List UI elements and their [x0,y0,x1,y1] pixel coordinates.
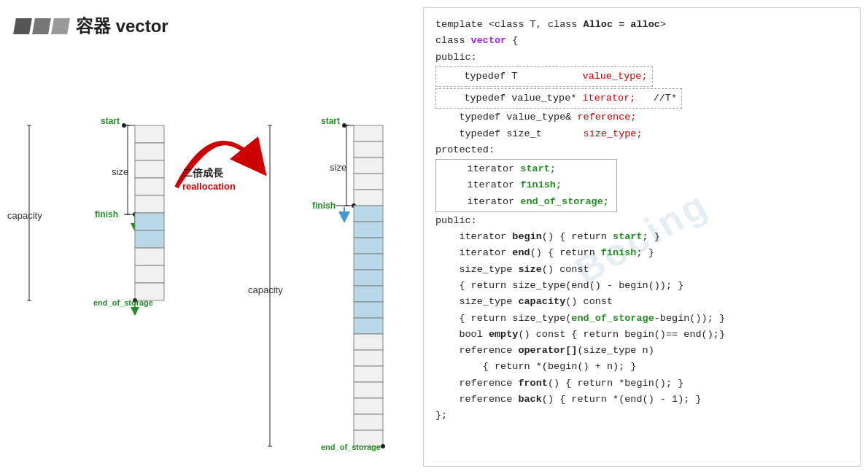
svg-rect-45 [354,382,383,398]
svg-rect-46 [354,398,383,414]
code-line-7: typedef size_t size_type; [435,126,848,142]
code-line-14: iterator end() { return finish; } [435,245,848,261]
code-line-18: { return size_type(end_of_storage-begin(… [435,311,848,327]
svg-rect-40 [354,302,383,318]
code-line-22: reference front() { return *begin(); } [435,376,848,392]
code-line-4: typedef T value_type; [441,69,648,85]
code-line-19: bool empty() const { return begin()== en… [435,327,848,343]
title-icons [15,18,69,34]
svg-rect-27 [354,141,383,158]
title-icon-3 [51,18,70,34]
svg-rect-37 [354,254,383,270]
code-line-1: template <class T, class Alloc = alloc> [435,17,848,33]
code-line-15: size_type size() const [435,262,848,278]
code-block: template <class T, class Alloc = alloc> … [435,17,848,424]
svg-rect-6 [135,195,164,213]
typedef-dashed-box: typedef T value_type; [435,66,653,87]
code-line-12: public: [435,213,848,229]
diagram-svg: start finish [7,53,401,474]
code-line-5: typedef value_type* iterator; //T* [441,90,677,106]
code-line-11: iterator end_of_storage; [443,194,609,210]
svg-rect-44 [354,366,383,382]
after-eos-label: end_of_storage [321,443,381,451]
title-icon-1 [13,18,32,34]
code-line-2: class vector { [435,33,848,49]
code-line-9: iterator start; [443,161,609,177]
code-line-20: reference operator[](size_type n) [435,343,848,359]
code-line-24: }; [435,408,848,424]
svg-point-55 [381,444,385,448]
before-size-label: size [112,166,128,177]
code-line-10: iterator finish; [443,177,609,193]
after-finish-label: finish [312,201,336,211]
before-finish-label: finish [95,209,118,219]
code-line-8: protected: [435,142,848,158]
code-line-6: typedef value_type& reference; [435,109,848,125]
before-capacity-label: capacity [7,210,42,221]
svg-rect-12 [135,248,164,265]
title-icon-2 [32,18,51,34]
svg-rect-38 [354,270,383,286]
diagram-section: 容器 vector start finish [7,7,416,467]
svg-rect-28 [354,158,383,174]
svg-rect-26 [354,125,383,141]
code-line-17: size_type capacity() const [435,294,848,310]
diagram-area: start finish [7,53,401,474]
after-capacity-label: capacity [248,284,283,295]
svg-rect-5 [135,178,164,195]
svg-rect-36 [354,238,383,254]
code-section: Bocing template <class T, class Alloc = … [423,7,861,467]
code-line-3: public: [435,50,848,66]
before-eos-label: end_of_storage [93,298,153,307]
svg-rect-4 [135,160,164,178]
svg-rect-47 [354,414,383,430]
code-line-21: { return *(begin() + n); } [435,359,848,375]
svg-rect-10 [135,213,164,230]
svg-rect-43 [354,350,383,366]
before-start-label: start [101,116,120,126]
after-start-label: start [321,116,340,126]
svg-rect-13 [135,265,164,283]
svg-rect-29 [354,174,383,190]
code-line-23: reference back() { return *(end() - 1); … [435,392,848,408]
page-title: 容器 vector [76,15,168,38]
code-line-13: iterator begin() { return start; } [435,229,848,245]
svg-rect-2 [135,125,164,143]
svg-rect-39 [354,286,383,302]
code-line-16: { return size_type(end() - begin()); } [435,278,848,294]
growth-chinese-label: 二倍成長 [182,167,224,179]
typedef-dashed-box-2: typedef value_type* iterator; //T* [435,88,682,109]
svg-rect-41 [354,318,383,334]
reallocation-label: reallocation [182,181,236,192]
svg-rect-3 [135,143,164,160]
svg-rect-35 [354,222,383,238]
svg-rect-11 [135,230,164,248]
after-size-label: size [330,162,346,173]
svg-rect-30 [354,190,383,206]
svg-rect-42 [354,334,383,350]
svg-rect-34 [354,206,383,222]
main-container: 容器 vector start finish [0,0,868,474]
iterator-solid-box: iterator start; iterator finish; iterato… [435,159,617,212]
title-row: 容器 vector [7,15,416,38]
